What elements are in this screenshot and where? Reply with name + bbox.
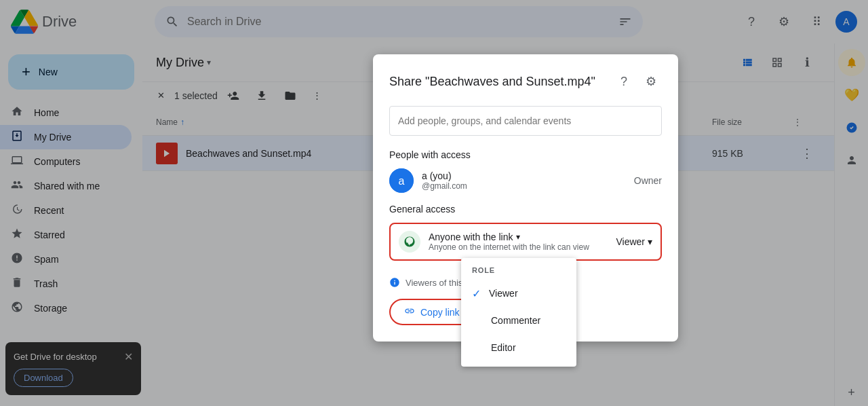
user-email: @gmail.com [422,181,626,191]
user-info: a (you) @gmail.com [422,170,626,191]
access-info: Anyone with the link ▾ Anyone on the int… [429,232,608,252]
dropdown-item-commenter[interactable]: Commenter [461,307,576,334]
access-link-row: Anyone with the link ▾ Anyone on the int… [389,223,662,261]
add-people-input[interactable] [389,106,662,136]
modal-settings-button[interactable]: ⚙ [640,71,662,92]
viewer-role-dropdown[interactable]: Viewer ▾ [616,236,652,247]
role-dropdown: ROLE ✓ Viewer Commenter Editor [461,258,576,367]
people-access-title: People with access [389,149,662,160]
editor-label: Editor [491,342,516,353]
svg-text:a: a [399,175,405,187]
access-row: a a (you) @gmail.com Owner [389,168,662,193]
link-icon [404,306,415,318]
info-icon [389,277,400,288]
access-type-dropdown[interactable]: Anyone with the link ▾ [429,232,608,242]
viewer-label: Viewer [489,288,518,299]
modal-header: Share "Beachwaves and Sunset.mp4" ? ⚙ [389,71,662,92]
modal-title: Share "Beachwaves and Sunset.mp4" [389,75,595,89]
user-role: Owner [634,175,662,186]
access-description: Anyone on the internet with the link can… [429,242,608,252]
link-access-icon [399,231,420,253]
dropdown-item-editor[interactable]: Editor [461,334,576,361]
modal-header-icons: ? ⚙ [613,71,662,92]
user-name: a (you) [422,170,626,181]
general-access-title: General access [389,204,662,215]
check-icon: ✓ [472,287,481,300]
user-avatar: a [389,168,414,193]
role-dropdown-label: ROLE [461,263,576,280]
modal-help-button[interactable]: ? [613,71,635,92]
general-access-section: General access Anyone with the link ▾ An… [389,204,662,261]
dropdown-item-viewer[interactable]: ✓ Viewer [461,280,576,307]
commenter-label: Commenter [491,315,540,326]
